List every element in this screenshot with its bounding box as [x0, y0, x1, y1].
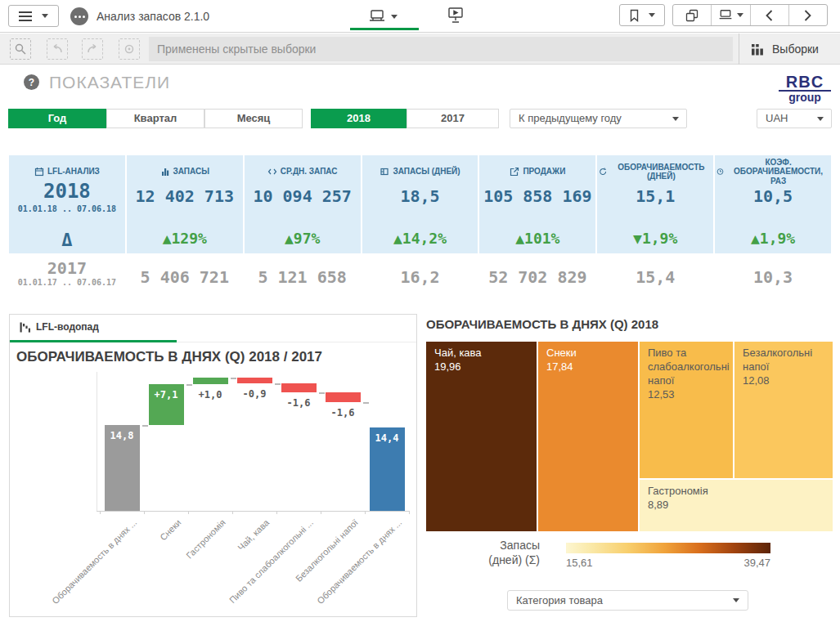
- waterfall-bar[interactable]: [281, 383, 317, 392]
- waterfall-bar[interactable]: [237, 378, 272, 383]
- bar-chart-icon: [160, 167, 170, 177]
- step-forward-button[interactable]: [82, 38, 103, 60]
- chevron-down-icon: [391, 15, 398, 19]
- kpi-delta: ▲101%: [479, 230, 595, 247]
- global-menu-button[interactable]: [8, 5, 59, 27]
- step-back-icon: [52, 44, 63, 54]
- logo-line2: group: [779, 92, 831, 104]
- waterfall-bar[interactable]: [326, 392, 361, 401]
- treemap-cell-soft-drinks[interactable]: Безалкогольні напої 12,08: [734, 342, 833, 478]
- duplicate-icon: [685, 9, 699, 22]
- treemap-cell-value: 17,84: [546, 360, 630, 374]
- legend-gradient: [566, 543, 770, 553]
- chevron-down-icon: [42, 14, 48, 18]
- comparison-dropdown[interactable]: К предыдущему году: [510, 109, 687, 128]
- kpi-label: СР.ДН. ЗАПАС: [281, 167, 338, 177]
- chevron-down-icon: [649, 13, 655, 17]
- waterfall-axis-label: Гастрономія: [184, 517, 227, 561]
- treemap-cell-name: Снеки: [546, 347, 630, 360]
- sheet-selector-button[interactable]: [712, 5, 750, 25]
- kpi-card-stock-days[interactable]: ЗАПАСЫ (ДНЕЙ) 18,5 ▲14,2%: [362, 155, 478, 253]
- kpi-header: ПРОДАЖИ: [481, 160, 594, 183]
- kpi-label: КОЭФ. ОБОРАЧИВАЕМОСТИ, РАЗ: [727, 158, 829, 186]
- step-back-button[interactable]: [47, 38, 68, 60]
- kpi-header: ЗАПАСЫ (ДНЕЙ): [364, 160, 477, 183]
- rbc-logo: RBC group: [779, 74, 831, 104]
- kpi-label: ЗАПАСЫ (ДНЕЙ): [393, 167, 460, 177]
- waterfall-axis-label: Оборачиваемость в днях ...: [50, 517, 138, 606]
- waterfall-axis-tick: [232, 511, 233, 514]
- kpi-card-avg-stock[interactable]: СР.ДН. ЗАПАС 10 094 257 ▲97%: [245, 155, 361, 253]
- prev-year: 2017: [9, 258, 125, 278]
- waterfall-axis-tick: [276, 511, 277, 514]
- waterfall-connector: [363, 402, 369, 404]
- treemap-cell-beer[interactable]: Пиво та слабоалкогольні напої 12,53: [640, 342, 733, 478]
- grid-icon: [751, 43, 764, 56]
- previous-sheet-button[interactable]: [751, 5, 789, 25]
- prev-cell: 52 702 829: [479, 255, 595, 299]
- kpi-value: 10,5: [715, 186, 831, 206]
- prev-cell: 5 406 721: [127, 255, 243, 299]
- waterfall-bar-label: -1,6: [319, 407, 367, 418]
- storytelling-button[interactable]: [447, 7, 466, 26]
- kpi-delta: ▲97%: [245, 230, 361, 247]
- treemap-title: ОБОРАЧИВАЕМОСТЬ В ДНЯХ (Q) 2018: [426, 317, 658, 331]
- kpi-card-stock[interactable]: ЗАПАСЫ 12 402 713 ▲129%: [127, 155, 243, 253]
- kpi-delta: ▲129%: [127, 230, 243, 247]
- bookmark-icon: [629, 9, 640, 22]
- app-title: Анализ запасов 2.1.0: [97, 0, 209, 33]
- prev-cell-lfl: 2017 01.01.17 .. 07.06.17: [9, 255, 125, 299]
- kpi-card-turnover-days[interactable]: ОБОРАЧИВАЕМОСТЬ (ДНЕЙ) 15,1 ▼1,9%: [597, 155, 713, 253]
- kpi-card-turnover-ratio[interactable]: КОЭФ. ОБОРАЧИВАЕМОСТИ, РАЗ 10,5 ▲1,9%: [715, 155, 831, 253]
- chevron-down-icon: [672, 117, 679, 121]
- app-menu-icon[interactable]: [70, 7, 88, 25]
- waterfall-bar[interactable]: [193, 378, 228, 383]
- clear-selections-button[interactable]: [119, 38, 140, 60]
- kpi-header: ОБОРАЧИВАЕМОСТЬ (ДНЕЙ): [599, 160, 712, 183]
- waterfall-connector: [231, 378, 236, 379]
- prev-value: 16,2: [362, 255, 478, 299]
- chevron-down-icon: [737, 13, 743, 17]
- active-view-underline: [350, 28, 419, 30]
- chevron-left-icon: [766, 10, 773, 21]
- filter-2017-button[interactable]: 2017: [407, 109, 499, 128]
- step-forward-icon: [87, 44, 98, 54]
- bookmarks-button[interactable]: [619, 4, 665, 26]
- page-title: ПОКАЗАТЕЛИ: [49, 73, 170, 92]
- help-icon[interactable]: ?: [24, 74, 39, 90]
- treemap-cell-name: Безалкогольні напої: [743, 347, 824, 374]
- filter-month-button[interactable]: Месяц: [204, 109, 303, 128]
- smart-search-button[interactable]: [10, 38, 31, 60]
- kpi-card-lfl[interactable]: LFL-АНАЛИЗ 2018 01.01.18 .. 07.06.18 Δ: [9, 155, 125, 253]
- kpi-previous-row: 2017 01.01.17 .. 07.06.17 5 406 721 5 12…: [9, 255, 831, 299]
- waterfall-axis-tick: [144, 511, 145, 514]
- treemap-cell-tea-coffee[interactable]: Чай, кава 19,96: [426, 342, 537, 531]
- kpi-card-sales[interactable]: ПРОДАЖИ 105 858 169 ▲101%: [479, 155, 595, 253]
- selections-tool-button[interactable]: Выборки: [739, 34, 840, 65]
- waterfall-bar-label: +1,0: [186, 389, 235, 400]
- category-value: Категория товара: [516, 594, 603, 606]
- waterfall-plot: 14,8+7,1+1,0-0,9-1,6-1,614,4Оборачиваемо…: [10, 315, 416, 616]
- kpi-delta: ▲1,9%: [715, 230, 831, 247]
- treemap-cell-gastronomy[interactable]: Гастрономія 8,89: [640, 480, 833, 531]
- filter-year-button[interactable]: Год: [8, 109, 106, 128]
- prev-cell: 16,2: [362, 255, 478, 299]
- kpi-value: 12 402 713: [127, 186, 243, 206]
- qlik-dashboard: Анализ запасов 2.1.0: [0, 0, 840, 622]
- filter-2018-button[interactable]: 2018: [311, 109, 407, 128]
- kpi-header: СР.ДН. ЗАПАС: [246, 160, 359, 183]
- currency-dropdown[interactable]: UAH: [757, 109, 832, 128]
- kpi-header: КОЭФ. ОБОРАЧИВАЕМОСТИ, РАЗ: [716, 160, 829, 183]
- waterfall-connector: [275, 383, 281, 385]
- treemap-cell-name: Пиво та слабоалкогольні напої: [648, 347, 725, 388]
- prev-value: 5 121 658: [245, 255, 361, 299]
- category-dropdown[interactable]: Категория товара: [507, 590, 748, 611]
- waterfall-axis-tick: [409, 511, 410, 514]
- duplicate-sheet-button[interactable]: [673, 5, 712, 25]
- sheet-view-button[interactable]: [368, 7, 411, 26]
- filter-quarter-button[interactable]: Квартал: [106, 109, 204, 128]
- kpi-value: 2018: [9, 180, 125, 203]
- comparison-value: К предыдущему году: [519, 112, 622, 124]
- next-sheet-button[interactable]: [789, 5, 827, 25]
- treemap-cell-snacks[interactable]: Снеки 17,84: [538, 342, 638, 531]
